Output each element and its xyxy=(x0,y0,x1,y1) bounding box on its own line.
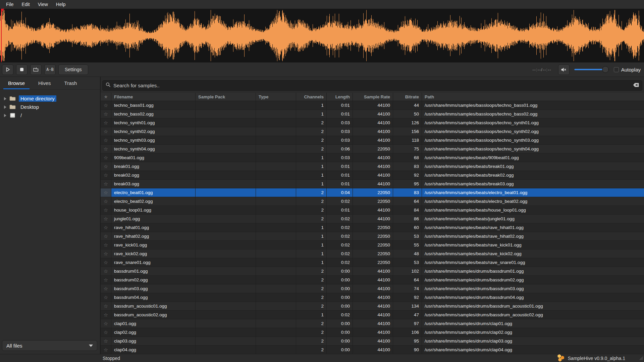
table-row[interactable]: ☆rave_kick02.ogg10:022205048/usr/share/l… xyxy=(101,250,644,258)
search-box[interactable] xyxy=(102,80,642,91)
expander-icon[interactable] xyxy=(4,97,6,100)
search-input[interactable] xyxy=(113,83,630,88)
table-row[interactable]: ☆bassdrum02.ogg20:004410064/usr/share/lm… xyxy=(101,276,644,284)
table-row[interactable]: ☆jungle01.ogg20:024410086/usr/share/lmms… xyxy=(101,215,644,223)
table-row[interactable]: ☆rave_kick01.ogg10:022205055/usr/share/l… xyxy=(101,241,644,250)
column-header-channels[interactable]: Channels xyxy=(296,93,327,101)
loop-sample-button[interactable] xyxy=(30,64,42,75)
favorite-star-icon[interactable]: ☆ xyxy=(101,293,111,302)
waveform-canvas[interactable] xyxy=(0,9,644,62)
column-header-filename[interactable]: Filename xyxy=(111,93,196,101)
favorite-star-icon[interactable]: ☆ xyxy=(101,119,111,127)
volume-slider-handle[interactable] xyxy=(602,66,609,73)
favorite-star-icon[interactable]: ☆ xyxy=(101,206,111,214)
table-row[interactable]: ☆techno_synth03.ogg20:0344100118/usr/sha… xyxy=(101,136,644,145)
menu-file[interactable]: File xyxy=(3,1,17,8)
table-row[interactable]: ☆break02.ogg10:014410092/usr/share/lmms/… xyxy=(101,171,644,180)
table-row[interactable]: ☆techno_synth02.ogg20:0344100156/usr/sha… xyxy=(101,127,644,136)
table-row[interactable]: ☆clap02.ogg20:0044100106/usr/share/lmms/… xyxy=(101,328,644,337)
tab-hives[interactable]: Hives xyxy=(32,77,57,89)
tab-browse[interactable]: Browse xyxy=(2,77,31,89)
menu-view[interactable]: View xyxy=(35,1,51,8)
favorite-star-icon[interactable]: ☆ xyxy=(101,258,111,267)
playhead-flag-icon[interactable] xyxy=(1,9,4,13)
stop-button[interactable] xyxy=(16,64,28,75)
favorite-star-icon[interactable]: ☆ xyxy=(101,241,111,249)
table-row[interactable]: ☆techno_synth01.ogg20:0344100126/usr/sha… xyxy=(101,119,644,127)
table-row[interactable]: ☆clap04.ogg20:004410090/usr/share/lmms/s… xyxy=(101,346,644,354)
menu-edit[interactable]: Edit xyxy=(18,1,33,8)
favorite-star-icon[interactable]: ☆ xyxy=(101,188,111,197)
favorite-star-icon[interactable]: ☆ xyxy=(101,162,111,171)
favorite-star-icon[interactable]: ☆ xyxy=(101,171,111,179)
cell-length: 0:06 xyxy=(327,145,353,153)
table-row[interactable]: ☆break03.ogg10:014410095/usr/share/lmms/… xyxy=(101,180,644,188)
favorite-star-icon[interactable]: ☆ xyxy=(101,346,111,354)
favorite-star-icon[interactable]: ☆ xyxy=(101,250,111,258)
column-header-sample-rate[interactable]: Sample Rate xyxy=(353,93,393,101)
favorite-star-icon[interactable]: ☆ xyxy=(101,302,111,310)
expander-icon[interactable] xyxy=(4,114,6,117)
favorite-star-icon[interactable]: ☆ xyxy=(101,153,111,162)
favorite-star-icon[interactable]: ☆ xyxy=(101,110,111,118)
column-header-favorite[interactable]: ★ xyxy=(101,93,111,101)
column-header-type[interactable]: Type xyxy=(256,93,296,101)
favorite-star-icon[interactable]: ☆ xyxy=(101,136,111,144)
favorite-star-icon[interactable]: ☆ xyxy=(101,284,111,293)
favorite-star-icon[interactable]: ☆ xyxy=(101,311,111,319)
column-header-sample-pack[interactable]: Sample Pack xyxy=(196,93,256,101)
table-row[interactable]: ☆clap01.ogg20:004410097/usr/share/lmms/s… xyxy=(101,319,644,328)
table-row[interactable]: ☆bassdrum_acoustic01.ogg20:0044100134/us… xyxy=(101,302,644,311)
table-row[interactable]: ☆bassdrum01.ogg20:0044100102/usr/share/l… xyxy=(101,267,644,276)
cell-rate: 44100 xyxy=(353,328,393,336)
column-header-bitrate[interactable]: Bitrate xyxy=(393,93,422,101)
tree-item-root[interactable]: / xyxy=(0,111,100,120)
ab-loop-button[interactable]: A-B xyxy=(44,64,56,75)
table-row[interactable]: ☆909beat01.ogg10:034410068/usr/share/lmm… xyxy=(101,153,644,162)
clear-search-icon[interactable] xyxy=(633,83,639,89)
table-row[interactable]: ☆techno_bass02.ogg10:014410050/usr/share… xyxy=(101,110,644,119)
favorite-star-icon[interactable]: ☆ xyxy=(101,145,111,153)
favorite-star-icon[interactable]: ☆ xyxy=(101,337,111,345)
volume-slider[interactable] xyxy=(574,66,609,73)
table-row[interactable]: ☆electro_beat02.ogg20:022205064/usr/shar… xyxy=(101,197,644,206)
favorite-star-icon[interactable]: ☆ xyxy=(101,215,111,223)
table-row[interactable]: ☆bassdrum_acoustic02.ogg10:024410047/usr… xyxy=(101,311,644,319)
autoplay-checkbox[interactable] xyxy=(614,67,619,72)
mute-button[interactable] xyxy=(558,64,570,75)
cell-pack xyxy=(196,232,256,240)
tree-item-desktop[interactable]: Desktop xyxy=(0,103,100,111)
waveform-panel[interactable] xyxy=(0,9,644,62)
settings-button[interactable]: Settings xyxy=(58,64,88,75)
resize-grip[interactable] xyxy=(638,355,643,361)
table-row[interactable]: ☆rave_hihat02.ogg10:022205053/usr/share/… xyxy=(101,232,644,241)
tab-trash[interactable]: Trash xyxy=(58,77,83,89)
table-row[interactable]: ☆clap03.ogg20:004410095/usr/share/lmms/s… xyxy=(101,337,644,346)
table-row[interactable]: ☆break01.ogg10:014410083/usr/share/lmms/… xyxy=(101,162,644,171)
favorite-star-icon[interactable]: ☆ xyxy=(101,180,111,188)
table-row[interactable]: ☆house_loop01.ogg20:014410084/usr/share/… xyxy=(101,206,644,215)
favorite-star-icon[interactable]: ☆ xyxy=(101,197,111,206)
tree-item-home-directory[interactable]: Home directory xyxy=(0,94,100,103)
column-header-path[interactable]: Path xyxy=(422,93,644,101)
favorite-star-icon[interactable]: ☆ xyxy=(101,232,111,240)
favorite-star-icon[interactable]: ☆ xyxy=(101,101,111,109)
table-row[interactable]: ☆bassdrum03.ogg20:004410074/usr/share/lm… xyxy=(101,284,644,293)
expander-icon[interactable] xyxy=(4,105,6,109)
table-row[interactable]: ☆electro_beat01.ogg20:042205083/usr/shar… xyxy=(101,188,644,197)
file-filter-dropdown[interactable]: All files xyxy=(2,340,97,351)
favorite-star-icon[interactable]: ☆ xyxy=(101,223,111,232)
menu-help[interactable]: Help xyxy=(53,1,69,8)
favorite-star-icon[interactable]: ☆ xyxy=(101,319,111,328)
table-row[interactable]: ☆techno_bass01.ogg10:014410044/usr/share… xyxy=(101,101,644,110)
column-header-length[interactable]: Length xyxy=(327,93,353,101)
play-button[interactable] xyxy=(2,64,13,75)
table-row[interactable]: ☆rave_hihat01.ogg10:022205060/usr/share/… xyxy=(101,223,644,232)
favorite-star-icon[interactable]: ☆ xyxy=(101,328,111,336)
favorite-star-icon[interactable]: ☆ xyxy=(101,127,111,136)
favorite-star-icon[interactable]: ☆ xyxy=(101,276,111,284)
table-row[interactable]: ☆techno_synth04.ogg20:062205075/usr/shar… xyxy=(101,145,644,153)
favorite-star-icon[interactable]: ☆ xyxy=(101,267,111,275)
table-row[interactable]: ☆rave_snare01.ogg10:022205053/usr/share/… xyxy=(101,258,644,267)
table-row[interactable]: ☆bassdrum04.ogg20:004410092/usr/share/lm… xyxy=(101,293,644,302)
